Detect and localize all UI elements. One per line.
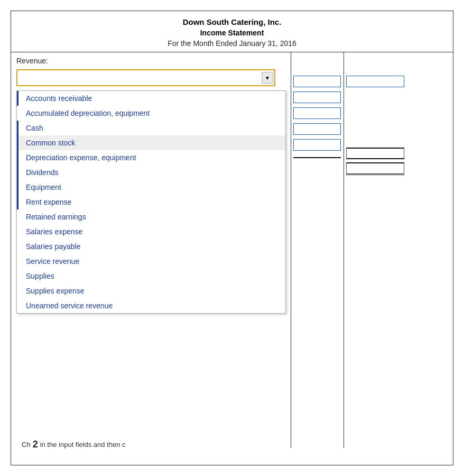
input-box-1[interactable]: [293, 76, 341, 87]
dropdown-option[interactable]: Common stock: [17, 135, 285, 150]
dropdown-wrapper[interactable]: ▼ Accounts receivableAccumulated depreci…: [16, 69, 275, 86]
dropdown-option[interactable]: Equipment: [17, 180, 285, 195]
divider-1: [293, 157, 341, 158]
statement-type: Income Statement: [15, 29, 449, 37]
bottom-section: Ch 2 in the input fields and then c: [11, 435, 453, 454]
dropdown-option[interactable]: Salaries expense: [17, 224, 285, 239]
input-box-5[interactable]: [293, 139, 341, 151]
statement-header: Down South Catering, Inc. Income Stateme…: [11, 11, 453, 52]
dropdown-option[interactable]: Accumulated depreciation, equipment: [17, 106, 285, 121]
dropdown-option[interactable]: Cash: [17, 121, 285, 135]
input-box-2[interactable]: [293, 91, 341, 103]
dropdown-option[interactable]: Accounts receivable: [17, 91, 285, 106]
instruction-text: in the input fields and then c: [40, 441, 126, 448]
far-input-thick-1[interactable]: [346, 148, 404, 159]
far-input-1[interactable]: [346, 76, 404, 87]
dropdown-option[interactable]: Salaries payable: [17, 239, 285, 254]
dropdown-display[interactable]: [16, 69, 275, 86]
input-box-4[interactable]: [293, 123, 341, 135]
statement-area: Down South Catering, Inc. Income Stateme…: [11, 11, 453, 465]
dropdown-option[interactable]: Service revenue: [17, 254, 285, 269]
dropdown-option[interactable]: Dividends: [17, 165, 285, 180]
dropdown-option[interactable]: Unearned service revenue: [17, 298, 285, 313]
main-container: Down South Catering, Inc. Income Stateme…: [0, 0, 464, 476]
input-box-3[interactable]: [293, 107, 341, 119]
dropdown-option[interactable]: Rent expense: [17, 195, 285, 209]
date-range: For the Month Ended January 31, 2016: [15, 39, 449, 48]
far-input-thick-2[interactable]: [346, 162, 404, 175]
dropdown-list: Accounts receivableAccumulated depreciat…: [16, 90, 286, 314]
mid-column: [291, 52, 344, 448]
dropdown-option[interactable]: Supplies expense: [17, 283, 285, 298]
far-column: [344, 52, 453, 448]
dropdown-option[interactable]: Depreciation expense, equipment: [17, 150, 285, 165]
content-area: Revenue: ▼ Accounts receivableAccumulate…: [11, 52, 453, 448]
right-columns: [291, 52, 453, 448]
revenue-label: Revenue:: [16, 57, 285, 65]
label-column: Revenue: ▼ Accounts receivableAccumulate…: [11, 52, 291, 448]
step-prefix: Ch: [22, 441, 31, 448]
step-number: 2: [33, 439, 38, 450]
dropdown-option[interactable]: Retained earnings: [17, 209, 285, 224]
company-name: Down South Catering, Inc.: [15, 17, 449, 26]
dropdown-option[interactable]: Supplies: [17, 269, 285, 283]
